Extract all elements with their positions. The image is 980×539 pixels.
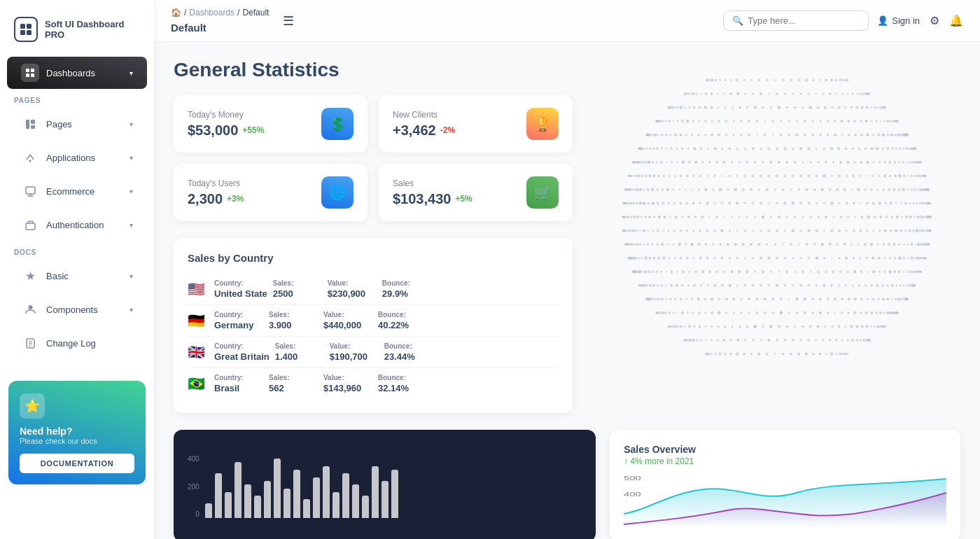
svg-point-551 — [867, 270, 869, 273]
svg-point-1292 — [651, 188, 654, 191]
svg-point-382 — [654, 298, 656, 300]
sidebar-item-basic[interactable]: Basic ▾ — [7, 260, 147, 292]
sidebar-item-dashboards[interactable]: Dashboards ▾ — [7, 57, 147, 89]
svg-point-848 — [734, 243, 738, 246]
search-input[interactable] — [748, 15, 860, 26]
svg-point-389 — [685, 298, 687, 300]
svg-point-1737 — [691, 134, 694, 136]
svg-point-1191 — [632, 202, 635, 204]
breadcrumb-nav: 🏠 / Dashboards / Default — [171, 8, 269, 18]
svg-point-1939 — [667, 106, 670, 109]
svg-point-351 — [771, 298, 775, 301]
svg-point-883 — [929, 229, 932, 232]
svg-point-689 — [686, 257, 689, 260]
svg-point-1160 — [728, 202, 731, 204]
svg-point-420 — [895, 298, 897, 300]
svg-point-556 — [832, 270, 835, 273]
sidebar-item-components[interactable]: Components ▾ — [7, 293, 147, 326]
svg-point-895 — [900, 230, 902, 232]
svg-point-1280 — [727, 188, 729, 191]
svg-point-347 — [804, 298, 807, 301]
svg-point-106 — [689, 339, 691, 341]
svg-point-1027 — [825, 216, 827, 218]
svg-point-1786 — [848, 134, 850, 136]
svg-point-327 — [905, 298, 907, 300]
svg-point-1909 — [838, 106, 840, 108]
sidebar-item-applications[interactable]: Applications ▾ — [7, 141, 147, 174]
svg-point-811 — [656, 243, 659, 246]
svg-point-1710 — [882, 133, 886, 136]
documentation-button[interactable]: DOCUMENTATION — [20, 454, 134, 473]
svg-point-1955 — [738, 106, 741, 109]
svg-point-1676 — [800, 148, 802, 150]
svg-point-1487 — [906, 161, 908, 163]
signin-button[interactable]: 👤 Sign in — [877, 15, 920, 26]
svg-point-92 — [776, 339, 778, 341]
notifications-button[interactable]: 🔔 — [949, 14, 963, 27]
svg-point-386 — [669, 298, 672, 301]
svg-point-1505 — [794, 162, 796, 163]
svg-point-1768 — [710, 134, 713, 136]
sidebar-item-authentication[interactable]: Authentication ▾ — [7, 209, 147, 241]
breadcrumb-dashboards[interactable]: Dashboards — [189, 8, 234, 18]
svg-point-543 — [906, 271, 907, 272]
svg-point-373 — [648, 298, 650, 300]
svg-point-239 — [880, 312, 881, 314]
svg-point-725 — [699, 257, 702, 260]
authentication-icon — [21, 216, 39, 234]
svg-point-1971 — [855, 106, 858, 109]
svg-point-1114 — [909, 216, 913, 219]
svg-point-1074 — [644, 216, 647, 218]
svg-point-680 — [752, 257, 754, 259]
svg-point-1660 — [681, 148, 683, 150]
svg-point-874 — [910, 243, 913, 246]
svg-point-1387 — [816, 175, 818, 178]
svg-point-461 — [721, 284, 724, 287]
menu-toggle-button[interactable]: ☰ — [283, 13, 294, 29]
svg-point-1857 — [672, 120, 674, 122]
svg-point-1329 — [742, 188, 745, 191]
svg-point-1565 — [785, 161, 788, 164]
svg-point-1478 — [924, 175, 926, 177]
svg-point-1664 — [707, 148, 709, 150]
svg-point-105 — [692, 339, 694, 342]
svg-point-124 — [744, 339, 748, 342]
svg-point-1374 — [898, 174, 902, 178]
svg-point-1107 — [874, 216, 876, 218]
sidebar-item-ecommerce[interactable]: Ecommerce ▾ — [7, 175, 147, 207]
svg-point-323 — [895, 312, 898, 315]
svg-point-278 — [656, 312, 658, 314]
svg-point-727 — [713, 257, 715, 259]
svg-point-1113 — [906, 216, 908, 218]
svg-point-1339 — [821, 188, 824, 191]
svg-point-1659 — [676, 148, 678, 150]
svg-point-1317 — [661, 188, 664, 191]
svg-point-1142 — [866, 202, 868, 204]
svg-point-1489 — [898, 161, 900, 163]
svg-point-1483 — [916, 161, 918, 163]
svg-point-858 — [813, 243, 816, 246]
svg-point-1607 — [864, 147, 867, 150]
svg-point-1725 — [780, 134, 783, 136]
settings-button[interactable]: ⚙ — [930, 14, 939, 27]
svg-point-252 — [796, 312, 798, 314]
sidebar-item-pages[interactable]: Pages ▾ — [7, 108, 147, 140]
svg-point-1797 — [900, 134, 902, 136]
svg-point-261 — [725, 312, 727, 314]
authentication-chevron: ▾ — [130, 221, 133, 229]
svg-point-1066 — [623, 216, 626, 218]
svg-point-1695 — [909, 148, 911, 150]
svg-point-964 — [706, 230, 708, 232]
users-icon: 🌐 — [321, 176, 354, 209]
svg-point-1692 — [899, 147, 902, 150]
svg-point-528 — [902, 284, 906, 288]
svg-point-1576 — [867, 161, 869, 164]
svg-point-658 — [903, 257, 906, 260]
sidebar-item-changelog[interactable]: Change Log — [7, 327, 147, 359]
svg-point-348 — [796, 298, 798, 300]
svg-point-403 — [788, 298, 790, 300]
svg-point-1245 — [927, 189, 930, 191]
svg-point-608 — [689, 271, 691, 273]
svg-point-751 — [889, 257, 891, 259]
svg-point-923 — [699, 230, 701, 232]
